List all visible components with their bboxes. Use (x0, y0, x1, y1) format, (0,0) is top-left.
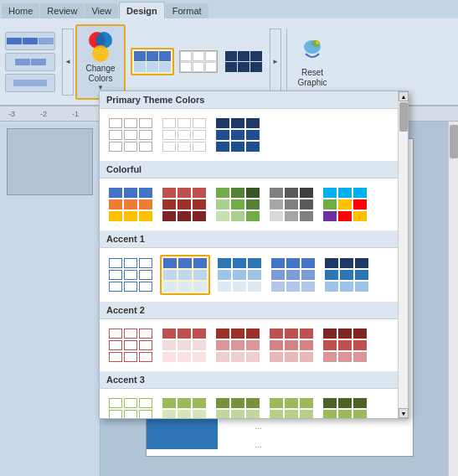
reset-label: Reset Graphic (297, 68, 327, 88)
change-colors-button[interactable]: Change Colors ▼ (75, 24, 126, 100)
tab-design[interactable]: Design (119, 2, 165, 18)
tab-home[interactable]: Home (2, 3, 39, 18)
dropdown-scroll[interactable]: Primary Theme Colors (100, 91, 408, 418)
ribbon-scroll-left[interactable]: ◄ (62, 28, 74, 96)
accent2-options (100, 319, 408, 371)
table-style-btn-1[interactable] (131, 48, 174, 75)
colorful-style-3[interactable] (214, 185, 262, 224)
section-primary-header: Primary Theme Colors (100, 91, 408, 109)
accent3-style-3[interactable] (214, 396, 262, 418)
left-panel (0, 122, 100, 476)
primary-options (100, 109, 408, 161)
reset-graphic-button[interactable]: Reset Graphic (292, 28, 332, 96)
accent3-style-2[interactable] (160, 396, 208, 418)
scrollbar-up-arrow[interactable]: ▲ (399, 91, 409, 101)
change-colors-label: Change Colors (85, 64, 115, 84)
accent3-options (100, 389, 408, 418)
ribbon-left-group (5, 32, 55, 92)
scrollbar-thumb[interactable] (399, 102, 408, 132)
reset-graphic-icon (297, 35, 327, 65)
table-style-btn-3[interactable] (223, 49, 265, 75)
colorful-style-5[interactable] (321, 185, 369, 224)
dropdown-panel: Primary Theme Colors (99, 91, 409, 419)
colorful-style-2[interactable] (160, 185, 208, 224)
accent3-style-5[interactable] (321, 396, 369, 418)
main-scrollbar-thumb[interactable] (450, 125, 458, 158)
colorful-style-1[interactable] (106, 185, 155, 224)
slide-dots: ... (255, 422, 262, 431)
accent2-style-3[interactable] (214, 326, 262, 365)
primary-style-2[interactable] (160, 116, 208, 154)
main-scrollbar[interactable] (448, 122, 458, 476)
accent2-style-1[interactable] (106, 326, 155, 365)
section-colorful-header: Colorful (100, 161, 408, 178)
accent2-style-2[interactable] (160, 326, 208, 365)
accent2-style-4[interactable] (267, 326, 316, 365)
table-style-btn-2[interactable] (177, 48, 220, 75)
accent1-style-4[interactable] (269, 256, 317, 294)
accent2-style-5[interactable] (321, 326, 369, 365)
scrollbar-down-arrow[interactable]: ▼ (399, 408, 409, 418)
section-accent3-header: Accent 3 (100, 371, 408, 389)
primary-style-3[interactable] (214, 116, 262, 154)
accent1-style-1[interactable] (106, 256, 155, 294)
ribbon-divider (286, 28, 287, 96)
ribbon-table-styles (127, 24, 268, 100)
tab-format[interactable]: Format (166, 3, 208, 18)
accent1-options (100, 248, 408, 302)
dropdown-scrollbar[interactable]: ▲ ▼ (398, 91, 408, 418)
section-accent2-header: Accent 2 (100, 302, 408, 319)
tab-review[interactable]: Review (40, 3, 84, 18)
slide-bottom-dots: ... (255, 440, 262, 449)
colorful-style-4[interactable] (267, 185, 316, 224)
accent3-style-4[interactable] (267, 396, 316, 418)
colorful-options (100, 178, 408, 230)
primary-style-1[interactable] (106, 116, 155, 154)
svg-point-2 (316, 41, 319, 44)
accent1-style-3[interactable] (215, 256, 264, 294)
section-accent1-header: Accent 1 (100, 230, 408, 248)
tab-view[interactable]: View (85, 3, 118, 18)
accent1-style-2[interactable] (160, 255, 210, 295)
ribbon-scroll-right[interactable]: ► (270, 28, 281, 96)
accent1-style-5[interactable] (322, 256, 371, 294)
accent3-style-1[interactable] (106, 396, 155, 418)
